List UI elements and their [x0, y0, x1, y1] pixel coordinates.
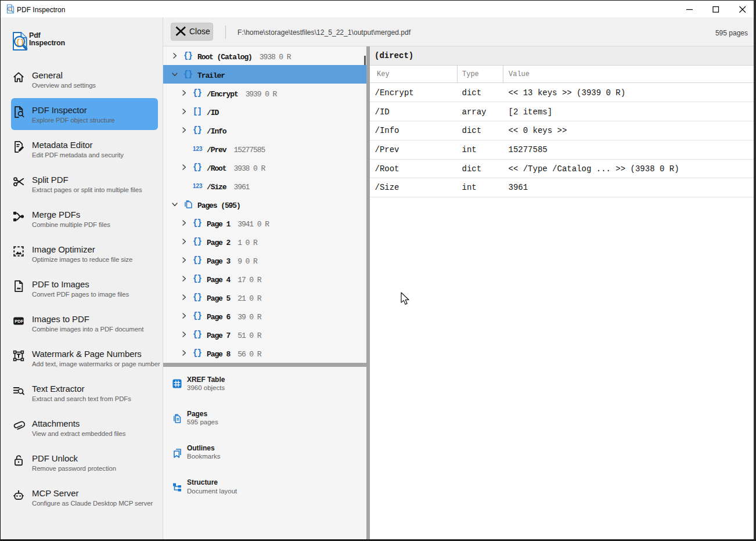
svg-text:PDF: PDF	[15, 319, 23, 324]
